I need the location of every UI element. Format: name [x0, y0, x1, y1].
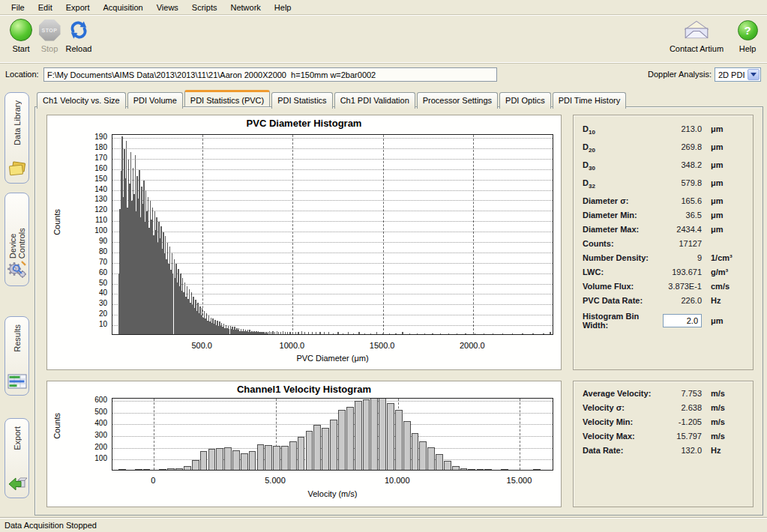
stat-label: LWC:: [583, 267, 655, 276]
menu-item-acquisition[interactable]: Acquisition: [97, 1, 150, 14]
help-button[interactable]: ? Help: [731, 17, 764, 53]
stat-unit: μm: [711, 178, 745, 187]
sidebar-item-label: Data Library: [13, 100, 22, 145]
contact-artium-label: Contact Artium: [664, 44, 730, 53]
stat-unit: μm: [711, 225, 745, 234]
y-tick-label: 70: [79, 258, 107, 266]
bar: [312, 332, 313, 334]
y-axis-label: Counts: [52, 209, 61, 235]
bar: [348, 332, 349, 334]
stat-value: 36.5: [655, 211, 702, 220]
x-axis-label: PVC Diameter (μm): [112, 354, 553, 363]
bar: [432, 333, 433, 334]
main-area: Data Library Device Controls: [0, 86, 767, 517]
stat-row-average-velocity: Average Velocity:7.753m/s: [583, 389, 745, 403]
bar: [283, 331, 283, 334]
bar: [272, 331, 273, 334]
stat-row-d30: D30348.2μm: [583, 160, 745, 178]
tab-pdi-statistics[interactable]: PDI Statistics: [271, 92, 332, 109]
bar: [444, 461, 451, 470]
bar: [501, 469, 508, 470]
stat-unit: μm: [711, 196, 745, 205]
sidebar-item-results[interactable]: Results: [4, 316, 29, 396]
y-tick-label: 30: [79, 299, 107, 307]
reload-button[interactable]: Reload: [61, 17, 96, 53]
start-button[interactable]: Start: [4, 17, 37, 53]
stat-row-counts: Counts:17127: [583, 239, 745, 253]
stat-value: 3.873E-1: [655, 282, 702, 291]
bar: [330, 420, 337, 470]
stat-value: 269.8: [655, 142, 702, 151]
bar: [457, 333, 457, 334]
y-tick-label: 300: [79, 431, 107, 439]
bar: [319, 332, 320, 334]
bar: [532, 333, 533, 334]
bar: [477, 469, 484, 470]
bar: [313, 425, 321, 470]
gears-icon: [7, 259, 28, 279]
chevron-down-icon[interactable]: [748, 69, 760, 80]
sidebar: Data Library Device Controls: [0, 86, 34, 517]
tab-ch1-pdi-validation[interactable]: Ch1 PDI Validation: [334, 92, 415, 109]
status-bar: Data Acquisition Stopped: [0, 518, 767, 532]
menu-item-network[interactable]: Network: [223, 1, 267, 14]
menu-item-help[interactable]: Help: [268, 1, 298, 14]
bar: [280, 332, 281, 334]
status-text: Data Acquisition Stopped: [4, 521, 97, 530]
stat-value: 15.797: [655, 432, 702, 441]
bar: [249, 451, 256, 470]
stat-unit: Hz: [711, 296, 745, 305]
stat-label: D30: [583, 160, 655, 172]
stop-button-label: Stop: [36, 44, 63, 53]
tab-ch1-velocity-vs-size[interactable]: Ch1 Velocity vs. Size: [37, 92, 126, 109]
bar: [364, 333, 365, 334]
histogram-bin-width-input[interactable]: [663, 314, 702, 327]
location-label: Location:: [5, 70, 39, 79]
x-tick-label: 1500.0: [360, 341, 405, 350]
sidebar-item-device-controls[interactable]: Device Controls: [4, 193, 29, 286]
diameter-stats-rows: D10213.0μmD20269.8μmD30348.2μmD32579.8μm…: [583, 124, 745, 310]
sidebar-item-export[interactable]: Export: [4, 418, 29, 498]
tab-pdi-optics[interactable]: PDI Optics: [499, 92, 551, 109]
doppler-analysis-select[interactable]: 2D PDI: [715, 67, 761, 82]
stop-button[interactable]: STOP Stop: [36, 17, 63, 53]
x-tick-label: 10.000: [375, 476, 420, 485]
histogram-bars: [112, 135, 553, 334]
sidebar-item-data-library[interactable]: Data Library: [4, 92, 29, 184]
bar: [436, 454, 443, 470]
stat-label: Velocity σ:: [583, 403, 655, 412]
stat-label: D10: [583, 124, 655, 136]
stat-value: 348.2: [655, 160, 702, 169]
stat-row-d10: D10213.0μm: [583, 124, 745, 142]
tab-pdi-statistics-pvc[interactable]: PDI Statistics (PVC): [184, 90, 270, 106]
tab-strip: Ch1 Velocity vs. SizePDI VolumePDI Stati…: [37, 90, 626, 106]
stat-row-velocity-max: Velocity Max:15.797m/s: [583, 432, 745, 446]
bar: [337, 332, 338, 334]
bar: [143, 469, 151, 470]
tab-page-pdi-statistics-pvc: PVC Diameter Histogram Counts PVC Diamet…: [34, 106, 763, 516]
x-tick-label: 2000.0: [450, 341, 495, 350]
menu-item-export[interactable]: Export: [59, 1, 97, 14]
y-tick-label: 130: [79, 195, 107, 203]
bar: [419, 441, 427, 470]
menu-item-file[interactable]: File: [4, 1, 31, 14]
y-tick-label: 190: [79, 133, 107, 141]
x-tick-label: 5.000: [253, 476, 298, 485]
stat-row-velocity-min: Velocity Min:-1.205m/s: [583, 417, 745, 432]
menu-item-views[interactable]: Views: [150, 1, 185, 14]
tab-processor-settings[interactable]: Processor Settings: [417, 92, 498, 109]
y-tick-label: 80: [79, 247, 107, 256]
contact-artium-button[interactable]: Contact Artium: [664, 17, 730, 53]
stat-value: 226.0: [655, 296, 702, 305]
bar: [382, 333, 383, 334]
menu-item-scripts[interactable]: Scripts: [185, 1, 224, 14]
bar: [465, 333, 466, 334]
menu-item-edit[interactable]: Edit: [31, 1, 59, 14]
location-row: Location: Doppler Analysis: 2D PDI: [0, 63, 767, 84]
bar: [274, 332, 275, 334]
location-input[interactable]: [43, 67, 497, 82]
tab-pdi-volume[interactable]: PDI Volume: [127, 92, 183, 109]
bar: [277, 331, 277, 334]
tab-pdi-time-history[interactable]: PDI Time History: [553, 92, 627, 109]
bar: [224, 447, 232, 470]
